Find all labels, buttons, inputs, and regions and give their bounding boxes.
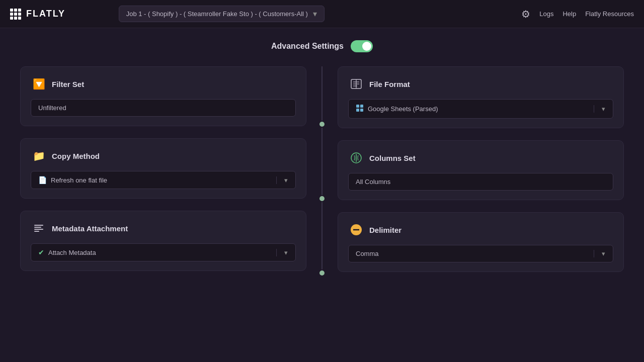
delimiter-dropdown[interactable]: Comma ▾ [348,245,613,262]
filter-set-card: 🔽 Filter Set Unfiltered [20,66,306,126]
timeline-dot-2 [318,195,326,202]
columns-set-value: All Columns [348,173,613,191]
filter-set-text: Unfiltered [38,104,288,112]
filter-set-title: Filter Set [52,80,84,88]
columns-set-card: Columns Set All Columns [338,140,624,200]
svg-rect-11 [356,109,359,112]
metadata-arrow[interactable]: ▾ [276,249,295,256]
file-format-value: Google Sheets (Parsed) [368,105,438,113]
copy-method-dropdown[interactable]: 📄 Refresh one flat file ▾ [31,171,296,189]
file-format-main: Google Sheets (Parsed) [349,100,594,118]
grid-icon [356,104,364,114]
main-content: Advanced Settings 🔽 Filter Set Unfiltere… [0,28,644,362]
svg-rect-0 [34,225,43,226]
help-button[interactable]: Help [562,10,576,18]
metadata-value: Attach Metadata [48,249,96,256]
columns-set-text: All Columns [356,178,606,186]
resources-button[interactable]: Flatly Resources [585,10,634,18]
metadata-header: Metadata Attachment [31,220,296,236]
advanced-settings-bar: Advanced Settings [20,40,624,52]
copy-icon: 📁 [31,148,47,164]
file-format-title: File Format [369,80,410,88]
metadata-main: ✔ Attach Metadata [31,244,276,261]
chevron-down-icon: ▾ [313,9,317,19]
logs-button[interactable]: Logs [539,10,553,18]
delimiter-card: Delimiter Comma ▾ [338,212,624,272]
job-selector-text: Job 1 - ( Shopify ) - ( Steamroller Fake… [126,10,308,18]
copy-method-header: 📁 Copy Method [31,148,296,164]
gear-icon: ⚙ [521,8,530,20]
logo: FLATLY [10,9,65,20]
columns-icon [348,150,364,166]
delimiter-arrow[interactable]: ▾ [594,250,613,257]
delimiter-value: Comma [356,250,379,257]
timeline-dot-1 [318,121,326,128]
copy-method-value: Refresh one flat file [51,176,107,184]
delimiter-main: Comma [349,245,594,262]
delimiter-title: Delimiter [369,226,401,234]
file-format-dropdown[interactable]: Google Sheets (Parsed) ▾ [348,99,613,119]
timeline-dot-3 [318,269,326,277]
svg-rect-3 [34,231,39,232]
copy-method-title: Copy Method [52,152,100,160]
logo-icon [10,9,21,20]
filter-set-header: 🔽 Filter Set [31,76,296,92]
doc-icon: 📄 [38,176,47,184]
columns-set-title: Columns Set [369,154,416,162]
toggle-knob [362,42,371,51]
svg-rect-9 [356,105,359,108]
filter-icon: 🔽 [31,76,47,92]
settings-grid: 🔽 Filter Set Unfiltered 📁 Copy Method 📄 … [20,66,624,272]
check-icon: ✔ [38,248,44,256]
metadata-dropdown[interactable]: ✔ Attach Metadata ▾ [31,243,296,261]
settings-button[interactable]: ⚙ [521,8,530,20]
center-timeline [321,66,323,272]
left-column: 🔽 Filter Set Unfiltered 📁 Copy Method 📄 … [20,66,321,272]
metadata-title: Metadata Attachment [52,224,128,233]
advanced-settings-toggle[interactable] [351,40,373,52]
filter-set-value: Unfiltered [31,99,296,117]
svg-rect-2 [34,229,43,230]
logo-text: FLATLY [26,9,65,19]
advanced-settings-label: Advanced Settings [271,42,344,51]
svg-rect-10 [360,105,363,108]
delimiter-icon [348,222,364,238]
file-format-card: File Format Google Sheets (Parsed) [338,66,624,128]
header-actions: ⚙ Logs Help Flatly Resources [521,8,634,20]
columns-set-header: Columns Set [348,150,613,166]
svg-rect-1 [34,227,41,228]
delimiter-header: Delimiter [348,222,613,238]
header: FLATLY Job 1 - ( Shopify ) - ( Steamroll… [0,0,644,28]
metadata-icon [31,220,47,236]
metadata-card: Metadata Attachment ✔ Attach Metadata ▾ [20,211,306,271]
right-column: File Format Google Sheets (Parsed) [323,66,624,272]
file-format-icon [348,76,364,92]
copy-method-arrow[interactable]: ▾ [276,176,295,184]
copy-method-main: 📄 Refresh one flat file [31,171,276,189]
file-format-arrow[interactable]: ▾ [594,105,613,113]
file-format-header: File Format [348,76,613,92]
copy-method-card: 📁 Copy Method 📄 Refresh one flat file ▾ [20,138,306,199]
svg-rect-12 [360,109,363,112]
job-selector[interactable]: Job 1 - ( Shopify ) - ( Steamroller Fake… [119,6,325,22]
